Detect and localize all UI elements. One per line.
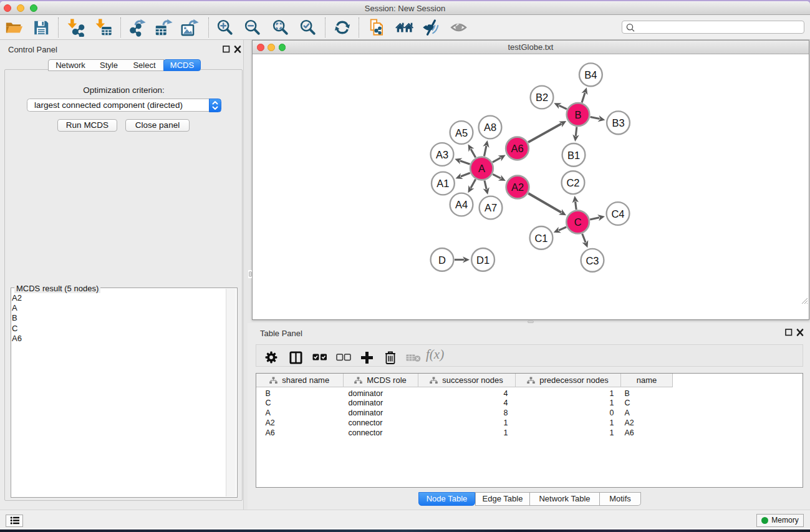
svg-text:C2: C2	[566, 177, 579, 188]
svg-text:A6: A6	[511, 143, 523, 154]
svg-text:B2: B2	[536, 92, 548, 103]
svg-text:B4: B4	[584, 69, 597, 80]
svg-text:C1: C1	[534, 233, 547, 244]
svg-text:A4: A4	[455, 199, 468, 210]
svg-text:D: D	[438, 254, 446, 266]
svg-text:A8: A8	[484, 122, 496, 133]
svg-text:D1: D1	[476, 254, 489, 266]
svg-text:A2: A2	[511, 181, 524, 193]
svg-text:A: A	[478, 163, 485, 174]
svg-text:C3: C3	[586, 255, 599, 266]
svg-text:B3: B3	[612, 117, 624, 128]
svg-text:B1: B1	[567, 150, 580, 161]
svg-text:A5: A5	[455, 127, 468, 138]
svg-text:B: B	[574, 109, 581, 120]
svg-text:C: C	[574, 216, 582, 228]
svg-text:A3: A3	[436, 149, 448, 160]
svg-text:C4: C4	[611, 208, 624, 220]
svg-text:A7: A7	[485, 202, 497, 213]
svg-text:A1: A1	[436, 178, 449, 189]
